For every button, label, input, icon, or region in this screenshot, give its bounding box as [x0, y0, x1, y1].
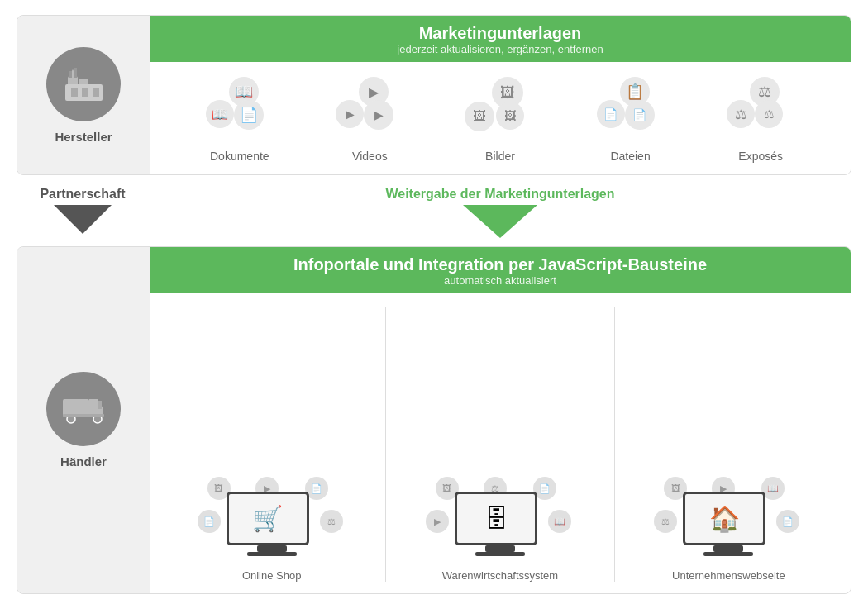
- ww-fi-5: 📖: [548, 510, 571, 533]
- icon-group-unternehmenswebseite: 🖼 ▶ 📖 ⚖ 📄 🏠 Unternehmenswebseite: [623, 477, 834, 582]
- haendler-actor: Händler: [17, 247, 150, 593]
- middle-section: Partnerschaft Weitergabe der Marketingun…: [17, 175, 851, 246]
- videos-cluster: ▶ ▶ ▶: [332, 77, 407, 143]
- dokument-icon-2: 📖: [206, 100, 234, 128]
- shop-monitor-stand: [257, 545, 287, 552]
- warenwirtschaft-cluster: 🖼 ⚖ 📄 ▶ 📖 🗄: [426, 477, 575, 559]
- uw-monitor-screen: 🏠: [683, 492, 765, 545]
- expose-icon-2: ⚖: [727, 100, 755, 128]
- top-icons-row: 📖 📖 📄 Dokumente ▶ ▶ ▶ Videos 🖼: [150, 62, 851, 174]
- bilder-cluster: 🖼 🖼 🖼: [463, 77, 537, 143]
- ww-monitor-stand: [485, 545, 515, 552]
- uw-fi-4: ⚖: [654, 510, 677, 533]
- icon-group-exposes: ⚖ ⚖ ⚖ Exposés: [723, 77, 798, 163]
- icon-group-dateien: 📋 📄 📄 Dateien: [594, 77, 668, 163]
- icon-group-online-shop: 🖼 ▶ 📄 📄 ⚖ 🛒 Online Shop: [166, 477, 377, 582]
- shop-fi-4: 📄: [198, 510, 221, 533]
- expose-icon-3: ⚖: [755, 100, 783, 128]
- ww-fi-4: ▶: [426, 510, 449, 533]
- top-header-subtitle: jederzeit aktualisieren, ergänzen, entfe…: [166, 43, 834, 55]
- uw-monitor-base: [703, 552, 753, 556]
- warenwirtschaft-label: Warenwirtschaftssystem: [442, 569, 558, 582]
- bottom-header-title: Infoportale und Integration per JavaScri…: [166, 255, 834, 274]
- svg-rect-4: [71, 88, 78, 97]
- datei-icon-2: 📄: [597, 100, 625, 128]
- bilder-label: Bilder: [485, 150, 515, 163]
- bottom-header-subtitle: automatisch aktualisiert: [166, 274, 834, 287]
- dateien-label: Dateien: [610, 150, 650, 163]
- svg-rect-8: [74, 68, 77, 78]
- svg-rect-5: [82, 88, 88, 97]
- online-shop-cluster: 🖼 ▶ 📄 📄 ⚖ 🛒: [198, 477, 346, 559]
- weitergabe-arrow-icon: [463, 205, 537, 238]
- unternehmen-cluster: 🖼 ▶ 📖 ⚖ 📄 🏠: [654, 477, 803, 559]
- svg-rect-1: [68, 78, 78, 84]
- haendler-circle: [46, 372, 121, 446]
- exposes-cluster: ⚖ ⚖ ⚖: [723, 77, 798, 143]
- top-green-header: Marketingunterlagen jederzeit aktualisie…: [150, 16, 851, 62]
- top-header-title: Marketingunterlagen: [166, 24, 834, 43]
- divider-1: [385, 307, 386, 582]
- bottom-green-header: Infoportale und Integration per JavaScri…: [150, 247, 851, 293]
- bild-icon-3: 🖼: [496, 102, 524, 130]
- shop-monitor-base: [247, 552, 297, 556]
- svg-rect-7: [69, 71, 72, 78]
- svg-rect-3: [79, 79, 88, 84]
- dokumente-cluster: 📖 📖 📄: [203, 77, 277, 143]
- uw-monitor-stand: [713, 545, 743, 552]
- ww-monitor-screen: 🗄: [455, 492, 537, 545]
- partnerschaft-arrow-icon: [54, 205, 112, 234]
- video-icon-2: ▶: [336, 100, 364, 128]
- exposes-label: Exposés: [738, 150, 783, 163]
- shop-fi-5: ⚖: [320, 510, 343, 533]
- icon-group-bilder: 🖼 🖼 🖼 Bilder: [463, 77, 537, 163]
- bottom-right-content: Infoportale und Integration per JavaScri…: [150, 247, 851, 593]
- icon-group-warenwirtschaft: 🖼 ⚖ 📄 ▶ 📖 🗄 Warenwirtschaftssystem: [394, 477, 605, 582]
- hersteller-actor: Hersteller: [17, 16, 150, 174]
- dokument-icon-3: 📄: [234, 100, 264, 130]
- video-icon-3: ▶: [364, 100, 393, 130]
- top-section: Hersteller Marketingunterlagen jederzeit…: [17, 15, 851, 175]
- online-shop-label: Online Shop: [242, 569, 302, 582]
- hersteller-label: Hersteller: [55, 130, 112, 144]
- videos-label: Videos: [352, 150, 388, 163]
- divider-2: [614, 307, 615, 582]
- bottom-section: Händler Infoportale und Integration per …: [17, 246, 851, 594]
- svg-rect-11: [98, 401, 102, 409]
- bottom-icons-row: 🖼 ▶ 📄 📄 ⚖ 🛒 Online Shop: [150, 293, 851, 593]
- dateien-cluster: 📋 📄 📄: [594, 77, 668, 143]
- haendler-label: Händler: [60, 454, 107, 469]
- datei-icon-3: 📄: [625, 100, 655, 130]
- uw-fi-5: 📄: [776, 510, 799, 533]
- icon-group-videos: ▶ ▶ ▶ Videos: [332, 77, 407, 163]
- ww-monitor: 🗄: [455, 492, 546, 556]
- shop-monitor-screen: 🛒: [227, 492, 309, 545]
- ww-monitor-base: [475, 552, 525, 556]
- weitergabe-label: Weitergabe der Marketingunterlagen: [385, 187, 614, 202]
- uw-monitor: 🏠: [683, 492, 774, 556]
- icon-group-dokumente: 📖 📖 📄 Dokumente: [203, 77, 277, 163]
- bild-icon-2: 🖼: [465, 102, 494, 131]
- svg-rect-6: [93, 88, 99, 97]
- partnerschaft-arrow: Partnerschaft: [17, 187, 149, 234]
- shop-monitor: 🛒: [227, 492, 317, 556]
- dokumente-label: Dokumente: [210, 150, 269, 163]
- hersteller-circle: [46, 47, 121, 121]
- svg-rect-14: [63, 414, 104, 417]
- top-right-content: Marketingunterlagen jederzeit aktualisie…: [150, 16, 851, 174]
- unternehmen-label: Unternehmenswebseite: [672, 569, 785, 582]
- weitergabe-arrow: Weitergabe der Marketingunterlagen: [149, 187, 851, 238]
- partnerschaft-label: Partnerschaft: [40, 187, 125, 202]
